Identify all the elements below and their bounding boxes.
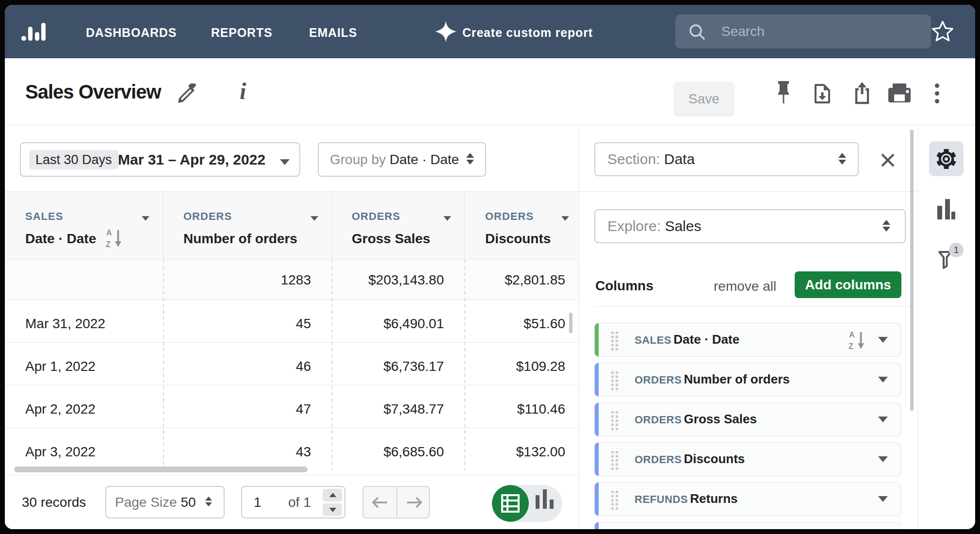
svg-text:Z: Z <box>849 342 853 350</box>
svg-text:A: A <box>106 229 112 237</box>
svg-text:A: A <box>849 331 855 339</box>
svg-text:Z: Z <box>106 240 111 248</box>
